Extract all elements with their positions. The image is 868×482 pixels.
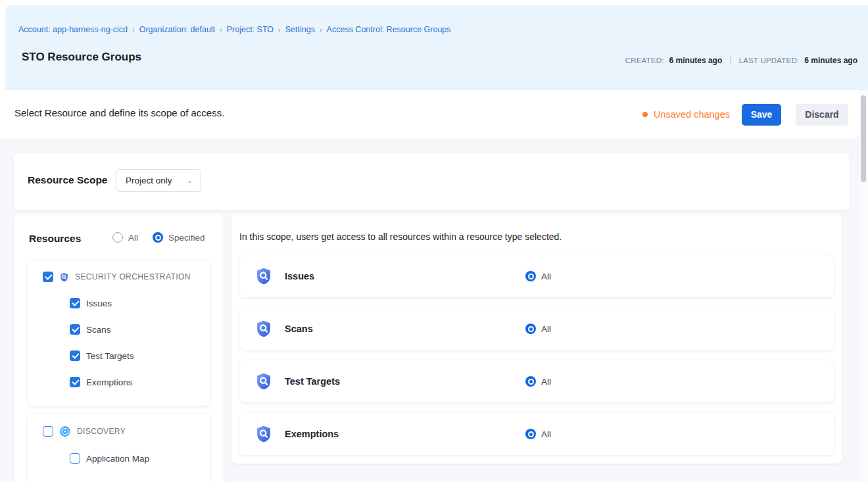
resources-title: Resources <box>29 233 81 245</box>
resource-row-title: Scans <box>285 324 482 334</box>
last-updated-value: 6 minutes ago <box>804 56 857 65</box>
security-orchestration-checkbox[interactable] <box>43 272 53 282</box>
group-security-orchestration: SECURITY ORCHESTRATION Issues Scans Test… <box>28 260 210 406</box>
resource-scope-value: Project only <box>126 176 172 185</box>
access-radio-label: All <box>541 324 551 334</box>
created-updated-meta: CREATED: 6 minutes ago | LAST UPDATED: 6… <box>625 55 857 65</box>
sto-shield-icon <box>59 272 69 282</box>
checkbox-item-scans[interactable]: Scans <box>70 324 210 335</box>
unsaved-changes-indicator: Unsaved changes <box>642 109 730 120</box>
radio-all-icon <box>112 232 123 243</box>
checkbox-label: Scans <box>86 325 111 335</box>
radio-selected-icon <box>525 324 536 334</box>
radio-selected-icon <box>525 429 536 439</box>
access-radio-label: All <box>541 377 551 387</box>
breadcrumb-separator-icon: › <box>278 26 281 34</box>
sto-shield-icon <box>254 372 273 391</box>
resource-access-panel: In this scope, users get access to all r… <box>231 214 842 464</box>
resource-scope-label: Resource Scope <box>28 174 107 186</box>
discard-button[interactable]: Discard <box>796 104 848 126</box>
breadcrumb-separator-icon: › <box>132 26 135 34</box>
breadcrumb: Account: app-harness-ng-cicd › Organizat… <box>18 25 451 34</box>
application-map-checkbox[interactable] <box>70 453 80 464</box>
action-toolbar: Select Resource and define its scope of … <box>0 90 859 139</box>
breadcrumb-organization[interactable]: Organization: default <box>139 25 215 34</box>
page-title: STO Resource Groups <box>22 51 141 64</box>
resources-panel: Resources All Specified SECURITY ORCHEST… <box>14 214 224 482</box>
discovery-icon <box>59 425 71 437</box>
scrollbar-thumb[interactable] <box>861 95 866 182</box>
breadcrumb-access-control[interactable]: Access Control: Resource Groups <box>327 25 451 34</box>
sto-shield-icon <box>254 267 273 285</box>
resource-row-title: Exemptions <box>285 429 482 439</box>
access-radio-all[interactable]: All <box>525 271 551 281</box>
checkbox-item-issues[interactable]: Issues <box>70 298 210 308</box>
group-discovery: DISCOVERY Application Map <box>28 414 210 482</box>
radio-specified-label: Specified <box>168 233 205 243</box>
checkbox-item-test-targets[interactable]: Test Targets <box>70 350 210 361</box>
resource-row-title: Issues <box>285 271 482 281</box>
last-updated-label: LAST UPDATED: <box>739 57 800 64</box>
radio-selected-icon <box>525 271 536 281</box>
breadcrumb-settings[interactable]: Settings <box>285 25 315 34</box>
scans-checkbox[interactable] <box>70 324 80 335</box>
breadcrumb-separator-icon: › <box>320 26 322 34</box>
toolbar-description: Select Resource and define its scope of … <box>14 107 224 118</box>
unsaved-changes-label: Unsaved changes <box>654 109 730 120</box>
resource-scope-card: Resource Scope Project only ⌄ <box>14 153 850 210</box>
radio-all-label: All <box>128 233 138 243</box>
access-radio-label: All <box>541 272 551 281</box>
access-radio-label: All <box>541 429 551 439</box>
resource-row-issues: Issues All <box>240 255 834 297</box>
breadcrumb-separator-icon: › <box>220 26 222 34</box>
resource-scope-select[interactable]: Project only ⌄ <box>116 169 201 192</box>
sto-shield-icon <box>254 425 273 443</box>
test-targets-checkbox[interactable] <box>70 350 80 361</box>
radio-selected-icon <box>525 376 536 387</box>
access-radio-all[interactable]: All <box>525 376 551 387</box>
radio-option-all[interactable]: All <box>112 232 138 243</box>
access-radio-all[interactable]: All <box>525 429 551 439</box>
breadcrumb-project[interactable]: Project: STO <box>227 25 274 34</box>
exemptions-checkbox[interactable] <box>70 377 80 387</box>
created-value: 6 minutes ago <box>669 56 723 65</box>
scope-description: In this scope, users get access to all r… <box>239 231 562 242</box>
checkbox-label: Issues <box>86 299 112 308</box>
checkbox-label: Exemptions <box>86 377 133 387</box>
save-button[interactable]: Save <box>742 104 781 126</box>
checkbox-item-exemptions[interactable]: Exemptions <box>70 377 210 387</box>
radio-specified-icon <box>153 232 163 243</box>
unsaved-dot-icon <box>642 112 648 117</box>
radio-option-specified[interactable]: Specified <box>153 232 205 243</box>
page-header: Account: app-harness-ng-cicd › Organizat… <box>5 5 868 90</box>
chevron-down-icon: ⌄ <box>187 176 193 185</box>
created-label: CREATED: <box>625 57 664 64</box>
resource-row-title: Test Targets <box>285 376 482 387</box>
resource-row-exemptions: Exemptions All <box>240 413 834 455</box>
checkbox-item-application-map[interactable]: Application Map <box>70 453 210 464</box>
resource-row-test-targets: Test Targets All <box>240 360 834 402</box>
checkbox-label: Application Map <box>86 454 149 464</box>
group-label: DISCOVERY <box>77 427 126 436</box>
breadcrumb-account[interactable]: Account: app-harness-ng-cicd <box>18 25 128 34</box>
meta-divider: | <box>727 55 733 65</box>
checkbox-label: Test Targets <box>86 351 134 361</box>
access-radio-all[interactable]: All <box>525 324 551 334</box>
resource-row-scans: Scans All <box>240 308 834 350</box>
discovery-checkbox[interactable] <box>43 426 53 437</box>
sto-shield-icon <box>254 320 273 338</box>
issues-checkbox[interactable] <box>70 298 80 308</box>
group-label: SECURITY ORCHESTRATION <box>75 272 191 281</box>
